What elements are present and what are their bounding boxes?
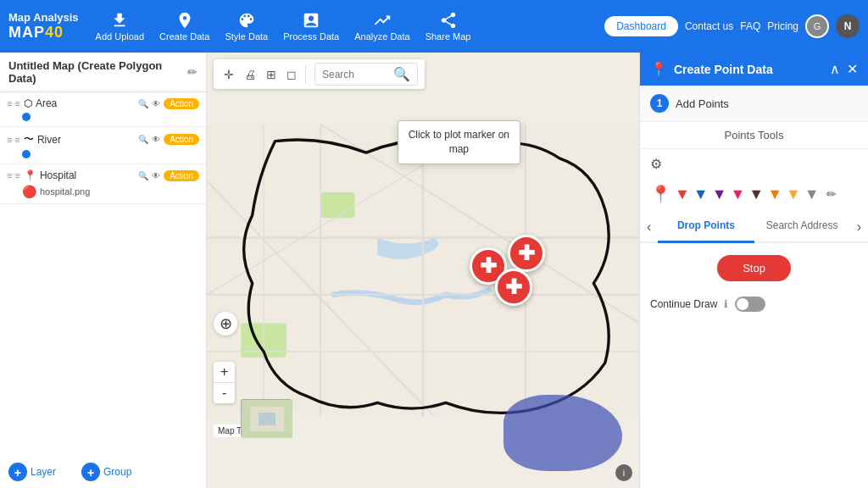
add-group-btn[interactable]: + Group xyxy=(81,463,131,481)
step-label: Add Points xyxy=(676,97,729,110)
nav-analyze-data-label: Analyze Data xyxy=(354,31,409,42)
layer-hospital-header: ≡ ≡ 📍 Hospital 🔍 👁 Action xyxy=(7,169,199,181)
map-tool-bookmark[interactable]: ◻ xyxy=(283,66,300,83)
zoom-controls: + - xyxy=(214,362,235,403)
drag-handle-hospital[interactable]: ≡ ≡ xyxy=(7,170,20,180)
pin-orange[interactable]: ▼ xyxy=(767,186,782,203)
app-title: Map Analysis xyxy=(8,11,79,24)
compass-btn[interactable]: ⊕ xyxy=(214,312,237,336)
faq-btn[interactable]: FAQ xyxy=(740,20,760,32)
pin-pink[interactable]: ▼ xyxy=(730,186,745,203)
sidebar-footer: + Layer + Group xyxy=(0,456,206,488)
river-eye-btn[interactable]: 👁 xyxy=(152,135,160,144)
drag-handle-area[interactable]: ≡ ≡ xyxy=(7,98,20,108)
nav-items: Add Upload Create Data Style Data Proces… xyxy=(96,11,588,42)
layer-river-header: ≡ ≡ 〜 River 🔍 👁 Action xyxy=(7,132,199,147)
add-layer-icon: + xyxy=(8,463,27,481)
map-tool-print[interactable]: 🖨 xyxy=(241,66,259,83)
nav-create-data-label: Create Data xyxy=(159,31,209,42)
points-tools-label: Points Tools xyxy=(640,122,868,149)
map-tool-crosshair[interactable]: ✛ xyxy=(220,66,237,83)
group-label: Group xyxy=(103,466,131,478)
tab-search-address[interactable]: Search Address xyxy=(754,213,850,243)
hospital-img-label: hospital.png xyxy=(40,186,90,197)
panel-collapse-btn[interactable]: ∧ xyxy=(830,61,840,77)
continue-draw-info-icon[interactable]: ℹ xyxy=(724,298,728,310)
nav-add-upload[interactable]: Add Upload xyxy=(96,11,145,42)
right-nav: Dashboard Contact us FAQ Pricing G N xyxy=(604,14,860,38)
hospital-marker-2[interactable]: ✚ xyxy=(508,235,545,272)
map-search: 🔍 xyxy=(314,63,418,86)
pin-blue[interactable]: ▼ xyxy=(693,186,709,203)
area-action-badge[interactable]: Action xyxy=(164,98,199,109)
avatar-g[interactable]: G xyxy=(805,14,829,38)
pin-edit-icon[interactable]: ✏ xyxy=(826,187,837,201)
nav-share-map-label: Share Map xyxy=(426,31,471,42)
info-btn[interactable]: i xyxy=(615,464,632,481)
river-visibility-btn[interactable]: 🔍 xyxy=(138,135,148,144)
add-layer-btn[interactable]: + Layer xyxy=(8,463,56,481)
area-eye-btn[interactable]: 👁 xyxy=(152,99,160,108)
tab-next-arrow[interactable]: › xyxy=(850,213,868,241)
nav-create-data[interactable]: Create Data xyxy=(159,11,209,42)
panel-title: Create Point Data xyxy=(674,63,823,76)
app-logo: MAP40 xyxy=(8,24,64,42)
panel-settings-row: ⚙ xyxy=(640,149,868,179)
contact-btn[interactable]: Contact us xyxy=(685,20,733,32)
area-layer-actions: 🔍 👁 Action xyxy=(138,98,199,109)
panel-close-btn[interactable]: ✕ xyxy=(847,61,858,77)
map-area[interactable]: ✚ ✚ ✚ ✛ 🖨 ⊞ ◻ 🔍 Click to plot marker onm… xyxy=(207,53,639,488)
settings-icon[interactable]: ⚙ xyxy=(650,156,662,172)
nav-process-data[interactable]: Process Data xyxy=(283,11,339,42)
stop-btn[interactable]: Stop xyxy=(717,255,791,281)
river-layer-name: River xyxy=(37,134,135,146)
map-title: Untitled Map (Create Polygon Data) xyxy=(8,59,182,85)
tab-drop-points[interactable]: Drop Points xyxy=(658,213,754,243)
layer-river: ≡ ≡ 〜 River 🔍 👁 Action xyxy=(0,127,206,164)
pin-red[interactable]: 📍 xyxy=(650,184,671,204)
hospital-action-badge[interactable]: Action xyxy=(164,170,199,181)
logo-highlight: 40 xyxy=(45,24,64,41)
minimap-svg xyxy=(242,400,292,438)
edit-title-icon[interactable]: ✏ xyxy=(187,65,198,79)
panel-step: 1 Add Points xyxy=(640,86,868,122)
tab-prev-arrow[interactable]: ‹ xyxy=(640,213,658,241)
nav-process-data-label: Process Data xyxy=(283,31,339,42)
hospital-marker-3[interactable]: ✚ xyxy=(495,269,532,306)
sidebar-header: Untitled Map (Create Polygon Data) ✏ xyxy=(0,53,206,92)
panel-header: 📍 Create Point Data ∧ ✕ xyxy=(640,53,868,86)
zoom-in-btn[interactable]: + xyxy=(214,362,235,382)
hospital-img-icon: 🔴 xyxy=(22,185,36,198)
map-tool-layers[interactable]: ⊞ xyxy=(263,66,280,83)
nav-analyze-data[interactable]: Analyze Data xyxy=(354,11,409,42)
area-visibility-btn[interactable]: 🔍 xyxy=(138,99,148,108)
zoom-out-btn[interactable]: - xyxy=(214,383,235,403)
nav-share-map[interactable]: Share Map xyxy=(426,11,471,42)
hospital-image-row: 🔴 hospital.png xyxy=(22,185,199,198)
search-icon[interactable]: 🔍 xyxy=(393,66,410,82)
minimap[interactable] xyxy=(241,399,292,437)
map-toolbar: ✛ 🖨 ⊞ ◻ 🔍 xyxy=(214,59,425,89)
drag-handle-river[interactable]: ≡ ≡ xyxy=(7,135,20,145)
pin-grey[interactable]: ▼ xyxy=(804,186,820,203)
pin-purple[interactable]: ▼ xyxy=(712,186,727,203)
right-panel: 📍 Create Point Data ∧ ✕ 1 Add Points Poi… xyxy=(639,53,868,488)
pricing-btn[interactable]: Pricing xyxy=(767,20,798,32)
area-color-dot xyxy=(22,113,31,121)
step-number: 1 xyxy=(650,94,669,113)
dashboard-btn[interactable]: Dashboard xyxy=(604,16,678,36)
nav-style-data[interactable]: Style Data xyxy=(225,11,268,42)
layer-hospital: ≡ ≡ 📍 Hospital 🔍 👁 Action 🔴 hospital.png xyxy=(0,164,206,204)
pin-red-alt[interactable]: ▼ xyxy=(675,186,690,203)
logo-area: Map Analysis MAP40 xyxy=(8,11,79,42)
avatar-n[interactable]: N xyxy=(836,14,860,38)
continue-draw-row: Continue Draw ℹ xyxy=(640,290,868,319)
pin-yellow[interactable]: ▼ xyxy=(786,186,801,203)
search-input[interactable] xyxy=(322,69,390,80)
continue-draw-toggle[interactable] xyxy=(735,297,765,312)
river-action-badge[interactable]: Action xyxy=(164,134,199,145)
hospital-eye-btn[interactable]: 👁 xyxy=(152,171,160,180)
pin-brown[interactable]: ▼ xyxy=(748,186,764,203)
tooltip-text: Click to plot marker onmap xyxy=(409,129,509,155)
hospital-visibility-btn[interactable]: 🔍 xyxy=(138,171,148,180)
